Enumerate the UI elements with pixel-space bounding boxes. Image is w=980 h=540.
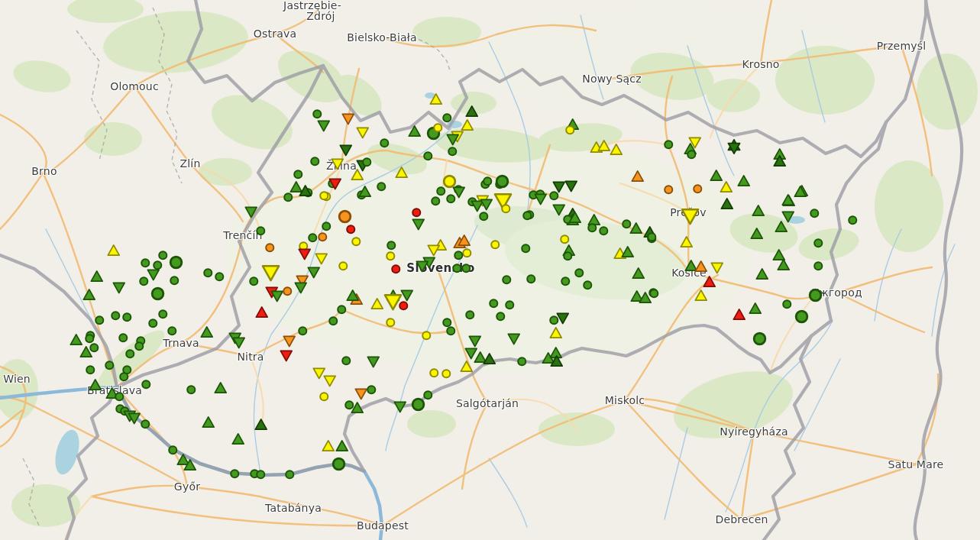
station-marker-circle-g[interactable] [138,276,150,287]
station-marker-triangle-up-g[interactable] [749,302,762,315]
station-marker-circle-g[interactable] [813,238,824,249]
station-marker-triangle-down-g[interactable] [244,205,258,219]
station-marker-circle-g[interactable] [309,156,321,167]
station-marker-circle-g[interactable] [453,250,464,261]
station-marker-circle-g[interactable] [336,304,348,315]
station-marker-circle-g[interactable] [89,342,100,354]
station-marker-triangle-down-e[interactable] [339,144,353,157]
station-marker-circle-g[interactable] [168,254,184,270]
station-marker-triangle-up-g[interactable] [632,267,645,280]
station-marker-triangle-up-g[interactable] [775,220,788,234]
station-marker-circle-g[interactable] [430,196,441,207]
station-marker-circle-g[interactable] [560,276,571,287]
station-marker-triangle-up-g[interactable] [629,221,643,235]
station-marker-triangle-up-g[interactable] [335,439,349,453]
station-marker-triangle-up-r[interactable] [255,306,269,319]
station-marker-triangle-down-r[interactable] [298,247,312,261]
station-marker-triangle-up-g[interactable] [794,185,807,199]
station-marker-triangle-up-g[interactable] [90,270,104,283]
station-marker-triangle-down-y[interactable] [331,157,344,171]
station-marker-triangle-up-g[interactable] [408,124,422,138]
station-marker-triangle-up-g[interactable] [183,458,197,472]
station-marker-triangle-up-y[interactable] [351,168,364,182]
station-marker-triangle-up-o[interactable] [458,234,471,247]
station-marker-circle-g[interactable] [293,169,304,180]
station-marker-triangle-down-g[interactable] [232,336,246,350]
station-marker-circle-y[interactable] [564,124,576,136]
station-marker-triangle-down-g[interactable] [416,260,429,273]
station-marker-circle-g[interactable] [202,267,214,279]
station-marker-triangle-up-g[interactable] [202,416,215,429]
station-marker-triangle-up-g[interactable] [70,333,83,347]
station-marker-circle-g[interactable] [663,139,674,150]
station-marker-circle-g[interactable] [781,299,793,310]
station-marker-circle-g[interactable] [125,348,136,360]
station-marker-triangle-up-g[interactable] [737,174,751,188]
station-marker-circle-y[interactable] [441,368,452,380]
station-marker-triangle-up-g[interactable] [89,378,102,392]
station-marker-triangle-up-e[interactable] [299,184,312,198]
station-marker-circle-g[interactable] [255,469,267,480]
station-marker-triangle-up-y[interactable] [370,297,384,311]
station-marker-circle-g[interactable] [807,287,823,303]
station-marker-triangle-up-y[interactable] [395,166,409,179]
station-marker-circle-g[interactable] [118,332,129,344]
station-marker-triangle-down-o[interactable] [341,112,355,126]
station-marker-circle-y[interactable] [429,367,440,379]
station-marker-circle-g[interactable] [809,208,820,219]
station-marker-triangle-down-y[interactable] [710,261,724,275]
station-marker-triangle-up-e[interactable] [465,105,479,118]
station-marker-circle-g[interactable] [752,331,768,347]
station-marker-triangle-down-y[interactable] [383,293,403,312]
station-marker-triangle-down-g[interactable] [294,281,308,295]
station-marker-circle-g[interactable] [526,273,537,285]
station-marker-circle-r[interactable] [411,207,422,218]
station-marker-triangle-up-e[interactable] [720,197,734,211]
station-marker-circle-g[interactable] [648,288,660,299]
station-marker-triangle-down-g[interactable] [468,335,482,348]
station-marker-triangle-down-g[interactable] [534,192,548,206]
station-marker-circle-g[interactable] [488,298,500,309]
station-marker-triangle-up-g[interactable] [781,193,795,207]
station-marker-triangle-down-g[interactable] [400,289,414,302]
station-marker-circle-g[interactable] [582,280,593,291]
station-marker-triangle-up-g[interactable] [200,325,214,339]
station-marker-circle-g[interactable] [376,181,387,192]
station-marker-triangle-down-g[interactable] [507,332,521,346]
station-marker-circle-g[interactable] [328,315,339,327]
station-marker-circle-g[interactable] [847,215,859,226]
station-marker-circle-r[interactable] [390,264,402,275]
station-marker-triangle-up-y[interactable] [694,289,708,302]
station-marker-circle-g[interactable] [121,312,133,323]
station-marker-triangle-down-r[interactable] [328,177,342,191]
station-marker-triangle-up-y[interactable] [680,235,694,249]
station-marker-triangle-down-g[interactable] [317,119,331,133]
station-marker-triangle-down-y[interactable] [315,252,328,266]
station-marker-triangle-up-y[interactable] [597,139,611,153]
station-marker-circle-g[interactable] [150,286,166,302]
station-marker-triangle-up-e[interactable] [550,354,564,368]
station-marker-triangle-up-g[interactable] [214,381,228,395]
station-marker-circle-y[interactable] [351,236,362,247]
station-marker-circle-y[interactable] [385,317,396,328]
station-marker-circle-g[interactable] [478,211,490,222]
station-marker-triangle-up-y[interactable] [610,143,623,157]
station-marker-triangle-down-e[interactable] [556,312,570,325]
station-marker-circle-y[interactable] [441,173,458,189]
station-marker-circle-g[interactable] [214,271,225,283]
station-marker-circle-g[interactable] [422,390,434,401]
station-marker-circle-g[interactable] [361,157,373,168]
station-marker-triangle-down-y[interactable] [427,244,441,257]
station-marker-circle-g[interactable] [494,173,510,189]
station-marker-circle-g[interactable] [169,275,180,286]
station-marker-circle-g[interactable] [445,325,457,337]
station-marker-circle-g[interactable] [495,311,506,322]
station-marker-circle-y[interactable] [319,190,330,202]
station-marker-circle-g[interactable] [587,222,598,234]
station-marker-triangle-down-g[interactable] [367,355,380,369]
station-marker-triangle-up-o[interactable] [631,170,645,183]
station-marker-triangle-up-o[interactable] [694,260,708,273]
station-marker-circle-y[interactable] [338,260,349,272]
map-viewport[interactable]: Jastrzębie-ZdrójOstravaBielsko-BiałaNowy… [0,0,980,540]
station-marker-circle-g[interactable] [284,469,296,480]
